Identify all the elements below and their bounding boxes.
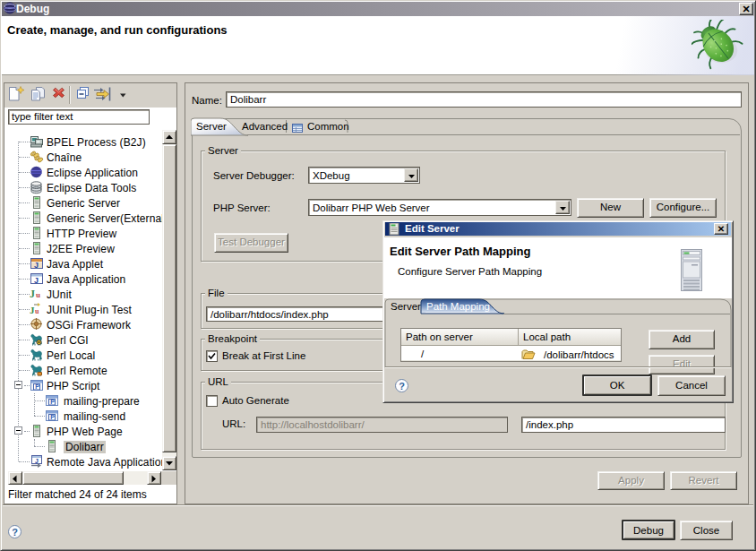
svg-text:J: J bbox=[35, 458, 39, 464]
svg-text:u: u bbox=[35, 307, 39, 315]
svg-text:u: u bbox=[36, 290, 40, 299]
svg-text:J: J bbox=[34, 276, 39, 285]
svg-text:P: P bbox=[50, 414, 55, 420]
svg-text:J: J bbox=[30, 288, 35, 300]
svg-text:J: J bbox=[34, 261, 39, 270]
svg-text:P: P bbox=[50, 399, 55, 405]
svg-text:P: P bbox=[35, 383, 39, 390]
